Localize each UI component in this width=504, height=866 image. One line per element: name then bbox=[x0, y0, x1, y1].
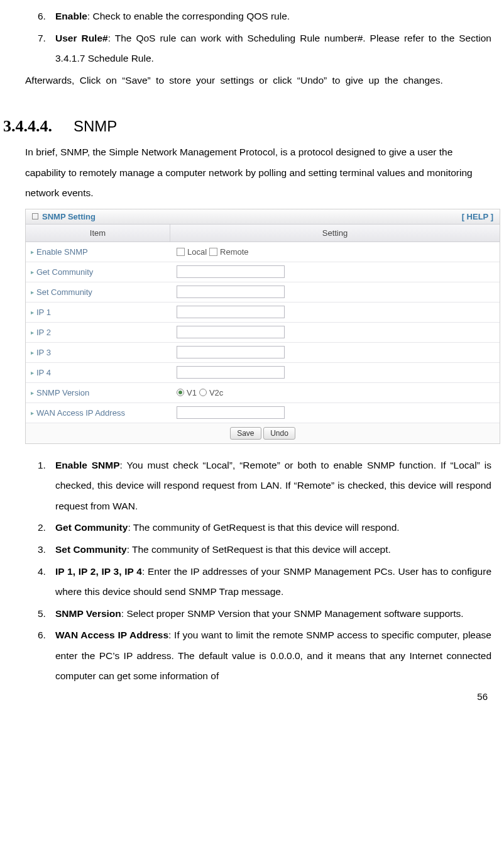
item-term: User Rule# bbox=[55, 33, 108, 43]
item-text: : Select proper SNMP Version that your S… bbox=[121, 608, 464, 619]
section-title: SNMP bbox=[74, 118, 117, 135]
chevron-right-icon: ▸ bbox=[31, 309, 34, 316]
chevron-right-icon: ▸ bbox=[31, 409, 34, 416]
section-heading: 3.4.4.4. SNMP bbox=[3, 117, 491, 136]
snmp-item-3: 3. Set Community: The community of SetRe… bbox=[25, 540, 491, 560]
row-ip1: ▸IP 1 bbox=[26, 303, 500, 323]
snmp-item-2: 2. Get Community: The community of GetRe… bbox=[25, 518, 491, 538]
qos-item-7: 7. User Rule#: The QoS rule can work wit… bbox=[25, 28, 491, 69]
item-term: IP 1, IP 2, IP 3, IP 4 bbox=[55, 566, 142, 577]
snmp-item-6: 6. WAN Access IP Address: If you want to… bbox=[25, 625, 491, 687]
row-label: Get Community bbox=[36, 267, 93, 277]
list-number: 6. bbox=[38, 6, 55, 27]
wan-access-input[interactable] bbox=[177, 406, 285, 419]
item-term: Set Community bbox=[55, 544, 127, 555]
item-text: : Check to enable the corresponding QOS … bbox=[87, 11, 290, 21]
row-snmp-version: ▸SNMP Version V1 V2c bbox=[26, 383, 500, 403]
snmp-setting-screenshot: SNMP Setting [ HELP ] Item Setting ▸Enab… bbox=[25, 209, 500, 444]
row-label: SNMP Version bbox=[36, 388, 89, 397]
chevron-right-icon: ▸ bbox=[31, 248, 34, 255]
v2c-radio[interactable] bbox=[199, 389, 207, 396]
v1-label: V1 bbox=[187, 388, 197, 397]
undo-button[interactable]: Undo bbox=[263, 427, 295, 440]
v2c-label: V2c bbox=[209, 388, 223, 397]
row-label: IP 4 bbox=[36, 368, 51, 377]
list-number: 6. bbox=[38, 625, 55, 687]
list-number: 5. bbox=[38, 604, 55, 625]
row-label: WAN Access IP Address bbox=[36, 408, 125, 418]
qos-item-6: 6. Enable: Check to enable the correspon… bbox=[25, 6, 491, 27]
section-number: 3.4.4.4. bbox=[3, 117, 52, 136]
list-number: 3. bbox=[38, 540, 55, 560]
panel-footer: Save Undo bbox=[26, 423, 500, 443]
snmp-item-1: 1. Enable SNMP: You must check “Local”, … bbox=[25, 455, 491, 517]
get-community-input[interactable] bbox=[177, 265, 285, 278]
chevron-right-icon: ▸ bbox=[31, 369, 34, 376]
list-number: 1. bbox=[38, 455, 55, 517]
table-header: Item Setting bbox=[26, 225, 500, 242]
list-number: 7. bbox=[38, 28, 55, 69]
list-body: Enable: Check to enable the correspondin… bbox=[55, 6, 491, 27]
help-link[interactable]: [ HELP ] bbox=[462, 212, 493, 221]
ip1-input[interactable] bbox=[177, 306, 285, 318]
chevron-right-icon: ▸ bbox=[31, 349, 34, 356]
ip3-input[interactable] bbox=[177, 346, 285, 358]
set-community-input[interactable] bbox=[177, 286, 285, 298]
item-term: SNMP Version bbox=[55, 608, 121, 619]
v1-radio[interactable] bbox=[177, 389, 184, 396]
local-label: Local bbox=[187, 247, 207, 257]
save-button[interactable]: Save bbox=[230, 427, 261, 440]
row-get-community: ▸Get Community bbox=[26, 262, 500, 282]
local-checkbox[interactable] bbox=[177, 248, 185, 256]
row-label: IP 1 bbox=[36, 308, 51, 317]
row-set-community: ▸Set Community bbox=[26, 282, 500, 303]
row-label: IP 2 bbox=[36, 328, 51, 337]
item-term: WAN Access IP Address bbox=[55, 630, 168, 640]
snmp-item-5: 5. SNMP Version: Select proper SNMP Vers… bbox=[25, 604, 491, 625]
list-body: User Rule#: The QoS rule can work with S… bbox=[55, 28, 491, 69]
ip2-input[interactable] bbox=[177, 326, 285, 338]
remote-checkbox[interactable] bbox=[209, 248, 217, 256]
chevron-right-icon: ▸ bbox=[31, 269, 34, 275]
panel-title: SNMP Setting bbox=[42, 212, 96, 221]
item-term: Enable SNMP bbox=[55, 460, 120, 470]
row-ip2: ▸IP 2 bbox=[26, 323, 500, 343]
header-item: Item bbox=[26, 225, 170, 241]
remote-label: Remote bbox=[220, 247, 249, 257]
header-setting: Setting bbox=[170, 225, 500, 241]
row-wan-access: ▸WAN Access IP Address bbox=[26, 403, 500, 423]
item-term: Enable bbox=[55, 11, 87, 21]
afterwards-paragraph: Afterwards, Click on “Save” to store you… bbox=[25, 70, 491, 91]
row-ip4: ▸IP 4 bbox=[26, 363, 500, 383]
item-text: : The community of GetRequest is that th… bbox=[128, 522, 399, 533]
chevron-right-icon: ▸ bbox=[31, 389, 34, 396]
list-number: 4. bbox=[38, 562, 55, 602]
snmp-item-4: 4. IP 1, IP 2, IP 3, IP 4: Enter the IP … bbox=[25, 562, 491, 602]
panel-titlebar: SNMP Setting [ HELP ] bbox=[26, 209, 500, 225]
item-text: : The QoS rule can work with Scheduling … bbox=[55, 33, 491, 64]
item-term: Get Community bbox=[55, 522, 128, 533]
chevron-right-icon: ▸ bbox=[31, 289, 34, 296]
list-number: 2. bbox=[38, 518, 55, 538]
snmp-intro: In brief, SNMP, the Simple Network Manag… bbox=[25, 142, 491, 204]
row-enable-snmp: ▸Enable SNMP Local Remote bbox=[26, 242, 500, 262]
item-text: : The community of SetRequest is that th… bbox=[127, 544, 391, 555]
row-ip3: ▸IP 3 bbox=[26, 343, 500, 363]
row-label: Enable SNMP bbox=[36, 247, 88, 257]
item-text: : You must check “Local”, “Remote” or bo… bbox=[55, 460, 491, 511]
page-number: 56 bbox=[477, 691, 488, 702]
chevron-right-icon: ▸ bbox=[31, 329, 34, 336]
row-label: Set Community bbox=[36, 287, 92, 297]
row-label: IP 3 bbox=[36, 348, 51, 357]
ip4-input[interactable] bbox=[177, 366, 285, 379]
panel-icon bbox=[32, 213, 38, 219]
